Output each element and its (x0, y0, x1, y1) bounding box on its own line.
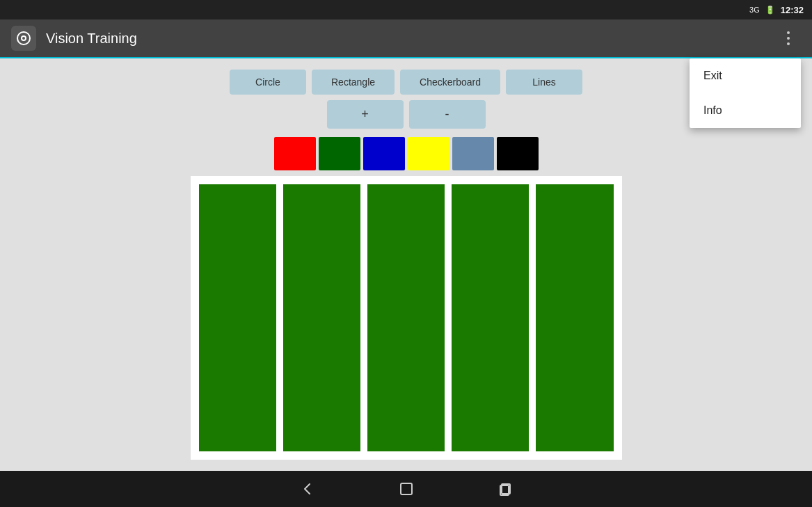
status-bar: 3G 🔋 12:32 (0, 0, 812, 19)
recents-button[interactable] (497, 481, 513, 497)
clock: 12:32 (781, 5, 804, 15)
app-icon (11, 26, 36, 51)
bar-4 (452, 184, 529, 451)
lines-button[interactable]: Lines (506, 70, 582, 95)
home-button[interactable] (399, 481, 414, 497)
exit-menu-item[interactable]: Exit (690, 58, 801, 93)
battery-icon: 🔋 (765, 6, 775, 15)
back-button[interactable] (300, 481, 315, 497)
color-swatches-row (274, 137, 539, 170)
overflow-icon (787, 31, 790, 45)
overflow-menu-button[interactable] (776, 26, 801, 51)
minus-button[interactable]: - (409, 100, 486, 129)
circle-button[interactable]: Circle (230, 70, 306, 95)
signal-icon: 3G (749, 6, 760, 14)
nav-bar (0, 471, 812, 507)
canvas-area (191, 176, 622, 460)
color-black[interactable] (497, 137, 539, 170)
shape-buttons-row: Circle Rectangle Checkerboard Lines (230, 70, 582, 95)
color-green[interactable] (319, 137, 360, 170)
size-buttons-row: + - (327, 100, 486, 129)
app-bar: Vision Training (0, 19, 812, 58)
plus-button[interactable]: + (327, 100, 404, 129)
bar-5 (536, 184, 613, 451)
color-gray[interactable] (452, 137, 494, 170)
bar-1 (199, 184, 276, 451)
checkerboard-button[interactable]: Checkerboard (400, 70, 500, 95)
app-title: Vision Training (46, 31, 776, 47)
bar-2 (283, 184, 360, 451)
bar-3 (367, 184, 445, 451)
svg-rect-3 (401, 483, 412, 494)
overflow-dropdown: Exit Info (690, 58, 801, 128)
color-red[interactable] (274, 137, 316, 170)
info-menu-item[interactable]: Info (690, 93, 801, 128)
color-yellow[interactable] (408, 137, 449, 170)
rectangle-button[interactable]: Rectangle (312, 70, 395, 95)
svg-point-2 (22, 37, 25, 40)
color-blue[interactable] (363, 137, 405, 170)
